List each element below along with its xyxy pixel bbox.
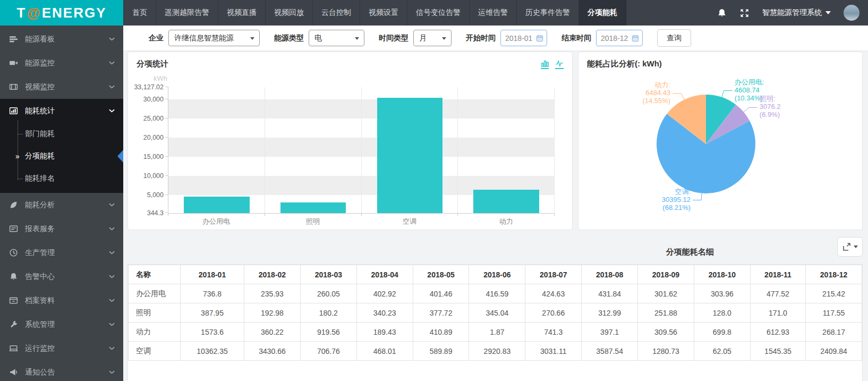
sidebar-subitem[interactable]: 部门能耗 bbox=[0, 123, 123, 145]
value-cell: 431.84 bbox=[582, 284, 638, 303]
table-column-header: 2018-04 bbox=[356, 265, 413, 284]
sidebar-item[interactable]: 报表服务 bbox=[0, 217, 123, 241]
topbar-nav-item[interactable]: 视频回放 bbox=[266, 0, 313, 26]
topbar-nav-item[interactable]: 信号变位告警 bbox=[407, 0, 470, 26]
kanban-icon bbox=[9, 35, 18, 44]
sidebar-group: 系统管理 bbox=[0, 312, 123, 336]
export-button[interactable] bbox=[837, 237, 863, 257]
sidebar-subitem[interactable]: 能耗排名 bbox=[0, 167, 123, 190]
y-axis-unit: kWh bbox=[154, 74, 167, 82]
table-column-header: 2018-01 bbox=[181, 265, 244, 284]
chevron-down-icon bbox=[109, 203, 115, 207]
sidebar-submenu: 部门能耗分项能耗能耗排名 bbox=[0, 123, 123, 193]
table-column-header: 2018-12 bbox=[806, 265, 862, 284]
table-row: 办公用电736.8235.93260.05402.92401.46416.594… bbox=[129, 284, 862, 303]
sidebar-item[interactable]: 能耗统计 bbox=[0, 99, 123, 123]
bell-icon bbox=[9, 272, 18, 281]
value-cell: 260.05 bbox=[300, 284, 356, 303]
bar-动力[interactable] bbox=[473, 190, 539, 213]
value-cell: 215.42 bbox=[806, 284, 862, 303]
row-name-cell: 空调 bbox=[129, 342, 181, 361]
sidebar-item[interactable]: 告警中心 bbox=[0, 265, 123, 289]
topbar-nav: 首页遥测越限告警视频直播视频回放云台控制视频设置信号变位告警运维告警历史事件告警… bbox=[123, 0, 626, 26]
topbar-nav-item[interactable]: 历史事件告警 bbox=[517, 0, 579, 26]
chevron-down-icon bbox=[109, 299, 115, 302]
value-cell: 251.88 bbox=[638, 303, 694, 323]
sidebar-item[interactable]: 通知公告 bbox=[0, 360, 123, 381]
sidebar-item[interactable]: 档案资料 bbox=[0, 289, 123, 312]
end-date-input[interactable]: 2018-12 bbox=[596, 30, 643, 46]
sidebar-item[interactable]: 能源看板 bbox=[0, 27, 123, 51]
table-column-header: 2018-11 bbox=[750, 265, 805, 284]
value-cell: 2409.84 bbox=[806, 342, 862, 361]
value-cell: 235.93 bbox=[244, 284, 301, 303]
topbar-nav-item[interactable]: 视频设置 bbox=[360, 0, 407, 26]
energy-type-select[interactable]: 电 bbox=[309, 30, 364, 46]
topbar-nav-item[interactable]: 分项能耗 bbox=[579, 0, 626, 26]
value-cell: 2920.83 bbox=[469, 342, 525, 361]
camera-icon bbox=[9, 58, 18, 67]
value-cell: 699.8 bbox=[694, 323, 750, 342]
chevron-down-icon bbox=[109, 85, 115, 89]
system-menu[interactable]: 智慧能源管理系统 bbox=[762, 8, 831, 18]
sidebar-item[interactable]: 能耗分析 bbox=[0, 193, 123, 217]
line-chart-type-icon[interactable] bbox=[555, 60, 564, 69]
sidebar-item[interactable]: 系统管理 bbox=[0, 312, 123, 336]
enterprise-select[interactable]: 许继信息智慧能源 bbox=[168, 30, 260, 46]
value-cell: 1.87 bbox=[469, 323, 525, 342]
main-content: 企业 许继信息智慧能源 能源类型 电 时间类型 月 开始时间 2018-01 bbox=[123, 26, 868, 381]
value-cell: 270.66 bbox=[525, 303, 582, 323]
start-date-input[interactable]: 2018-01 bbox=[500, 30, 547, 46]
value-cell: 424.63 bbox=[525, 284, 582, 303]
sidebar-item[interactable]: 生产管理 bbox=[0, 241, 123, 265]
topbar-nav-item[interactable]: 运维告警 bbox=[470, 0, 517, 26]
bar-办公用电[interactable] bbox=[184, 197, 250, 213]
calendar-icon bbox=[536, 35, 543, 42]
y-axis-tick-label: 344.3 bbox=[147, 209, 164, 217]
bar-chart-type-icon[interactable] bbox=[541, 60, 549, 69]
sidebar-group: 通知公告 bbox=[0, 360, 123, 381]
value-cell: 171.0 bbox=[750, 303, 805, 323]
topbar-nav-item[interactable]: 遥测越限告警 bbox=[156, 0, 218, 26]
sidebar-subitem[interactable]: 分项能耗 bbox=[0, 145, 123, 167]
sidebar-group: 运行监控 bbox=[0, 336, 123, 360]
sidebar-item[interactable]: 能源监控 bbox=[0, 51, 123, 75]
end-date-value: 2018-12 bbox=[601, 34, 628, 43]
query-button[interactable]: 查询 bbox=[657, 29, 691, 47]
topbar-nav-item[interactable]: 云台控制 bbox=[313, 0, 360, 26]
time-type-label: 时间类型 bbox=[379, 33, 409, 43]
save-image-icon bbox=[842, 242, 852, 251]
y-axis-tick-label: 10,000 bbox=[143, 172, 164, 180]
topbar: T@ENERGY 首页遥测越限告警视频直播视频回放云台控制视频设置信号变位告警运… bbox=[0, 0, 868, 26]
fullscreen-icon[interactable] bbox=[739, 8, 750, 18]
sidebar-group: 能源看板 bbox=[0, 27, 123, 51]
value-cell: 268.17 bbox=[806, 323, 862, 342]
topbar-nav-item[interactable]: 首页 bbox=[124, 0, 156, 26]
avatar[interactable] bbox=[844, 5, 860, 21]
table-column-header: 2018-05 bbox=[413, 265, 469, 284]
pie-label-line bbox=[722, 91, 733, 97]
y-axis-tick-label: 20,000 bbox=[143, 134, 164, 141]
sidebar-item[interactable]: 视频监控 bbox=[0, 75, 123, 99]
sidebar-item-label: 能耗统计 bbox=[25, 106, 55, 116]
value-cell: 303.96 bbox=[694, 284, 750, 303]
chevron-down-icon bbox=[109, 275, 115, 278]
chevron-down-icon bbox=[109, 227, 115, 231]
table-column-header: 2018-06 bbox=[469, 265, 525, 284]
x-axis-category-label: 照明 bbox=[265, 217, 361, 227]
sidebar-item[interactable]: 运行监控 bbox=[0, 336, 123, 360]
value-cell: 402.92 bbox=[356, 284, 413, 303]
bar-空调[interactable] bbox=[377, 98, 443, 213]
bell-icon[interactable] bbox=[717, 8, 727, 18]
sidebar-item-label: 运行监控 bbox=[25, 344, 55, 353]
table-column-header: 2018-08 bbox=[582, 265, 638, 284]
bar-照明[interactable] bbox=[280, 202, 346, 213]
sidebar-group: 档案资料 bbox=[0, 289, 123, 312]
sidebar-item-label: 能源监控 bbox=[25, 58, 55, 68]
pie-label-line bbox=[673, 94, 684, 100]
app-window: T@ENERGY 首页遥测越限告警视频直播视频回放云台控制视频设置信号变位告警运… bbox=[0, 0, 868, 381]
topbar-nav-item[interactable]: 视频直播 bbox=[218, 0, 266, 26]
sidebar-group: 告警中心 bbox=[0, 265, 123, 289]
value-cell: 301.62 bbox=[638, 284, 694, 303]
time-type-select[interactable]: 月 bbox=[413, 30, 452, 46]
